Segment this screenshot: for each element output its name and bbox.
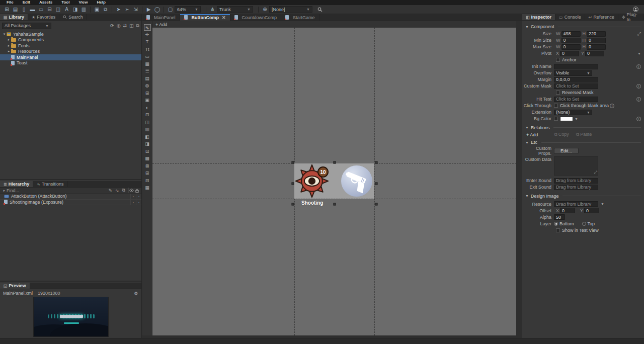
design-canvas[interactable]: 10	[152, 28, 516, 335]
table-tool[interactable]: ⊠	[144, 163, 151, 169]
expand-editor-icon[interactable]: ⤢	[594, 170, 597, 175]
group-tool[interactable]: ⊞	[144, 90, 151, 97]
bg-color-checkbox[interactable]	[554, 117, 558, 121]
search-icon[interactable]	[317, 7, 326, 12]
duplicate-icon[interactable]: ⧉	[122, 188, 125, 193]
rename-icon[interactable]: ✎	[108, 188, 112, 193]
layer-top-radio[interactable]	[582, 222, 586, 226]
info-icon[interactable]: i	[636, 64, 641, 69]
menu-item-view[interactable]: View	[74, 0, 92, 5]
tab-plugin[interactable]: ✜Plug-In	[618, 14, 644, 20]
add-button[interactable]: + Add	[155, 22, 167, 27]
close-icon[interactable]: ✕	[222, 15, 226, 20]
doc-tab-mainpanel[interactable]: MainPanel	[142, 14, 180, 21]
resize-handle[interactable]	[292, 182, 294, 185]
tab-inspector[interactable]: ◧Inspector	[522, 14, 555, 20]
export-icon[interactable]: ⇲	[131, 6, 140, 14]
stack-view-icon[interactable]: ⧉	[136, 23, 139, 29]
add-relation-button[interactable]: + Add	[526, 132, 538, 137]
info-icon[interactable]: i	[636, 97, 641, 102]
section-component[interactable]: ▼ Component	[522, 23, 644, 31]
package-filter-select[interactable]: All Packages▼	[2, 23, 51, 29]
menu-item-file[interactable]: File	[2, 0, 18, 5]
tree-item-mainpanel[interactable]: MainPanel	[0, 54, 141, 60]
expand-arrow-icon[interactable]: ▸	[2, 189, 7, 193]
branch-select[interactable]: Trunk▼	[217, 6, 253, 13]
button-tool[interactable]: ⊡	[144, 148, 151, 155]
tree-arrow-icon[interactable]: ▸	[7, 49, 11, 53]
info-icon[interactable]: i	[636, 84, 641, 89]
graph-tool[interactable]: ▤	[144, 75, 151, 82]
init-name-input[interactable]	[554, 64, 598, 69]
slider-template-icon[interactable]: ◫	[54, 6, 62, 14]
info-icon[interactable]: i	[610, 104, 614, 108]
component-tool[interactable]: ▣	[144, 97, 151, 104]
pivot-y-input[interactable]	[585, 51, 604, 56]
edit-custom-props-button[interactable]: Edit...	[554, 148, 579, 154]
doc-tab-countdowncomp[interactable]: CountdownComp	[230, 14, 282, 21]
custom-mask-field[interactable]	[554, 83, 598, 89]
hierarchy-row[interactable]: AttackButton (AttackButton)··	[0, 194, 141, 200]
scrollbar-tool[interactable]: ▥	[144, 126, 151, 133]
section-relations[interactable]: ▼ Relations	[522, 124, 644, 132]
lock-toggle[interactable]: ·	[136, 200, 141, 205]
pivot-x-input[interactable]	[560, 51, 579, 56]
language-select[interactable]: [None]▼	[269, 6, 312, 13]
tab-favorties[interactable]: ★Favorties	[28, 14, 59, 20]
copy-relations-button[interactable]: ⧉Copy	[554, 132, 569, 137]
doc-tab-buttoncomp[interactable]: ButtonComp✕	[180, 14, 230, 21]
tree-item-components[interactable]: ▸Components	[0, 37, 141, 43]
tab-hierarchy[interactable]: ≣Hierarchy	[0, 181, 33, 187]
select-tool[interactable]: ⇖	[144, 24, 151, 31]
list-tool[interactable]: ☰	[144, 68, 151, 74]
find-bar[interactable]: ▸ Find... ✎∿⧉	[0, 188, 141, 194]
alpha-input[interactable]	[554, 214, 565, 220]
resource-dropdown-icon[interactable]: ▼	[601, 202, 604, 206]
split-view-icon[interactable]: ◫	[129, 23, 134, 29]
gear-icon[interactable]: ⚙	[134, 291, 138, 296]
save-all-icon[interactable]: ⧉	[101, 6, 110, 14]
tab-search[interactable]: Search	[59, 14, 87, 20]
movieclip-tool[interactable]: ◐	[144, 105, 151, 111]
tree-item-resources[interactable]: ▸Resources	[0, 49, 141, 55]
doc-tab-startgame[interactable]: StartGame	[281, 14, 319, 21]
menu-item-edit[interactable]: Edit	[18, 0, 35, 5]
menu-item-help[interactable]: Help	[93, 0, 110, 5]
guide-book-icon[interactable]: ▥	[79, 6, 88, 14]
combobox-tool[interactable]: ◧	[144, 134, 151, 140]
tree-item-yahahasample[interactable]: ▾YahahaSample	[0, 31, 141, 37]
max-size-w-input[interactable]	[561, 44, 581, 50]
new-component-icon[interactable]: ▤	[11, 6, 20, 14]
min-size-w-input[interactable]	[561, 38, 581, 43]
overflow-select[interactable]: Visible▼	[554, 70, 592, 76]
progressbar-tool[interactable]: ⊟	[144, 112, 151, 118]
menu-item-assets[interactable]: Assets	[35, 0, 57, 5]
curve-icon[interactable]: ∿	[115, 188, 119, 193]
tree-item-fonts[interactable]: ▸Fonts	[0, 43, 141, 49]
locate-icon[interactable]: ◎	[117, 23, 121, 29]
relation-tool[interactable]: ⊟	[144, 178, 151, 184]
tree-tool[interactable]: ▩	[144, 155, 151, 162]
visibility-toggle[interactable]: ·	[130, 194, 136, 199]
new-package-icon[interactable]: ⊞	[3, 6, 11, 14]
hit-test-field[interactable]	[554, 97, 598, 102]
hand-tool[interactable]: ✛	[144, 32, 151, 38]
tree-arrow-icon[interactable]: ▾	[2, 32, 7, 36]
design-image-resource-field[interactable]	[554, 201, 598, 207]
resize-handle[interactable]	[292, 203, 294, 206]
progressbar-template-icon[interactable]: ⊟	[45, 6, 54, 14]
anchor-tool[interactable]: ⊞	[144, 170, 151, 177]
resize-handle[interactable]	[375, 182, 378, 185]
restart-icon[interactable]: ◯	[153, 6, 162, 14]
label-tool[interactable]: ◨	[144, 141, 151, 147]
publish-icon[interactable]: ➤	[114, 6, 123, 14]
size-w-input[interactable]	[561, 31, 581, 37]
menu-item-tool[interactable]: Tool	[57, 0, 74, 5]
new-window-icon[interactable]: ▯	[20, 6, 28, 14]
zoom-select[interactable]: 64%▼	[175, 6, 201, 13]
text-tool[interactable]: T	[144, 39, 151, 45]
attack-button-component[interactable]: 10	[294, 163, 374, 206]
tab-library[interactable]: ▤Library	[0, 14, 28, 20]
exit-sound-field[interactable]	[554, 185, 598, 190]
anchor-checkbox[interactable]	[556, 58, 560, 62]
